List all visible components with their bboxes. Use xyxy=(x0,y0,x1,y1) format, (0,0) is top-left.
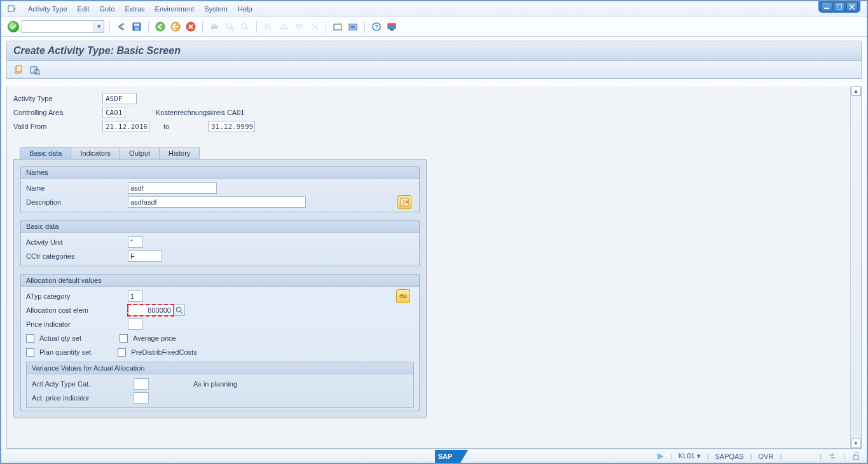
svg-point-29 xyxy=(176,307,181,312)
svg-point-10 xyxy=(226,24,231,29)
predistrib-checkbox[interactable] xyxy=(118,348,126,357)
menu-dropdown-icon[interactable] xyxy=(6,3,18,15)
content-area: Activity Type ASDF Controlling Area CA01… xyxy=(7,86,850,448)
average-price-checkbox[interactable] xyxy=(120,334,128,343)
svg-rect-16 xyxy=(350,25,355,29)
app-window: Activity Type Edit Goto Extras Environme… xyxy=(0,0,868,464)
print-icon xyxy=(208,20,221,33)
atyp-category-label: ATyp category xyxy=(26,292,128,300)
controlling-area-field[interactable]: CA01 xyxy=(102,107,125,118)
tab-history[interactable]: History xyxy=(159,147,200,159)
tab-basic-data[interactable]: Basic data xyxy=(20,147,71,159)
tab-indicators[interactable]: Indicators xyxy=(71,147,120,159)
first-page-icon xyxy=(262,20,275,33)
restore-button[interactable] xyxy=(834,2,845,12)
find-next-icon xyxy=(238,20,251,33)
cctr-categories-label: CCtr categories xyxy=(26,252,128,260)
plan-qty-checkbox[interactable] xyxy=(26,348,34,357)
act-price-ind-input[interactable] xyxy=(134,392,149,404)
price-indicator-input[interactable] xyxy=(128,318,143,330)
chevron-down-icon[interactable]: ▾ xyxy=(93,21,104,32)
cctr-categories-input[interactable] xyxy=(128,250,162,262)
frame-allocation: Allocation default values ATyp category … xyxy=(20,274,420,411)
allocation-cost-elem-input[interactable] xyxy=(128,304,174,316)
menu-environment[interactable]: Environment xyxy=(155,5,195,13)
arrows-icon[interactable] xyxy=(828,452,837,461)
valid-from-label: Valid From xyxy=(13,123,102,130)
menu-edit[interactable]: Edit xyxy=(78,5,90,13)
price-indicator-label: Price indicator xyxy=(26,320,128,328)
find-icon xyxy=(223,20,236,33)
frame-basic: Basic data Activity Unit CCtr categories xyxy=(20,220,420,266)
minimize-button[interactable] xyxy=(821,2,832,12)
frame-basic-title: Basic data xyxy=(21,221,419,233)
back-prev-icon[interactable] xyxy=(115,20,128,33)
frame-variance-title: Variance Values for Actual Allocation xyxy=(27,362,413,374)
menu-activity-type[interactable]: Activity Type xyxy=(28,5,67,13)
activity-type-field[interactable]: ASDF xyxy=(102,93,137,104)
svg-rect-1 xyxy=(837,4,842,10)
activity-type-label: Activity Type xyxy=(13,95,102,102)
tab-output[interactable]: Output xyxy=(120,147,160,159)
menu-system[interactable]: System xyxy=(204,5,228,13)
standard-toolbar: ▾ ? xyxy=(1,17,867,37)
status-play-icon xyxy=(658,453,664,460)
back-icon[interactable] xyxy=(154,20,167,33)
as-in-planning-text: As in planning xyxy=(193,380,237,388)
valid-from-field[interactable]: 21.12.2016 xyxy=(102,121,149,132)
new-session-icon[interactable] xyxy=(331,20,344,33)
svg-rect-20 xyxy=(388,24,396,25)
svg-rect-24 xyxy=(31,67,37,73)
status-session[interactable]: KL01 ▾ xyxy=(679,452,701,460)
menu-bar: Activity Type Edit Goto Extras Environme… xyxy=(1,1,867,17)
svg-rect-0 xyxy=(824,8,829,9)
menu-help[interactable]: Help xyxy=(238,5,252,13)
actl-acty-cat-label: Actl Acty Type Cat. xyxy=(32,380,134,388)
vertical-scrollbar[interactable]: ▲ ▼ xyxy=(850,86,861,448)
exit-icon[interactable] xyxy=(169,20,182,33)
cancel-icon[interactable] xyxy=(184,20,197,33)
f4-help-button[interactable] xyxy=(174,304,185,316)
help-icon[interactable]: ? xyxy=(370,20,383,33)
copy-icon[interactable] xyxy=(12,64,25,76)
sap-logo: SAP xyxy=(434,449,469,463)
lock-icon[interactable] xyxy=(851,452,860,461)
allocation-cost-elem-label: Allocation cost elem xyxy=(26,306,128,314)
last-page-icon xyxy=(308,20,320,33)
to-label: to xyxy=(163,123,208,130)
layout-menu-icon[interactable] xyxy=(385,20,398,33)
valid-to-field[interactable]: 31.12.9999 xyxy=(208,121,255,132)
status-server: SAPQAS xyxy=(715,453,743,460)
act-price-ind-label: Act. price indicator xyxy=(32,394,134,402)
chain-button[interactable] xyxy=(396,289,410,303)
plan-qty-label: Plan quantity set xyxy=(39,348,91,356)
svg-rect-23 xyxy=(17,65,22,72)
menu-goto[interactable]: Goto xyxy=(100,5,115,13)
frame-names-title: Names xyxy=(21,167,419,179)
actl-acty-cat-input[interactable] xyxy=(134,378,149,390)
name-input[interactable] xyxy=(128,182,217,194)
actual-qty-checkbox[interactable] xyxy=(26,334,34,343)
scroll-up-icon[interactable]: ▲ xyxy=(851,86,861,96)
long-text-button[interactable] xyxy=(397,195,411,209)
close-button[interactable] xyxy=(846,2,858,12)
svg-text:?: ? xyxy=(375,24,378,30)
svg-rect-21 xyxy=(390,29,394,31)
command-field[interactable]: ▾ xyxy=(22,20,104,33)
description-input[interactable] xyxy=(128,196,306,208)
svg-rect-32 xyxy=(853,456,858,460)
enter-button[interactable] xyxy=(8,21,19,32)
overview-icon[interactable] xyxy=(29,64,41,76)
status-mode: OVR xyxy=(759,453,774,460)
atyp-category-input[interactable] xyxy=(128,290,143,302)
activity-unit-input[interactable] xyxy=(128,236,143,248)
status-bar: SAP | KL01 ▾ | SAPQAS | OVR | | | xyxy=(1,449,867,463)
scroll-down-icon[interactable]: ▼ xyxy=(851,439,861,448)
svg-point-12 xyxy=(242,24,247,29)
svg-rect-9 xyxy=(212,24,216,26)
save-icon[interactable] xyxy=(130,20,143,33)
predistrib-label: PreDistribFixedCosts xyxy=(131,348,196,356)
tab-strip: Basic data Indicators Output History xyxy=(13,145,844,159)
menu-extras[interactable]: Extras xyxy=(125,5,144,13)
shortcut-icon[interactable] xyxy=(347,20,359,33)
